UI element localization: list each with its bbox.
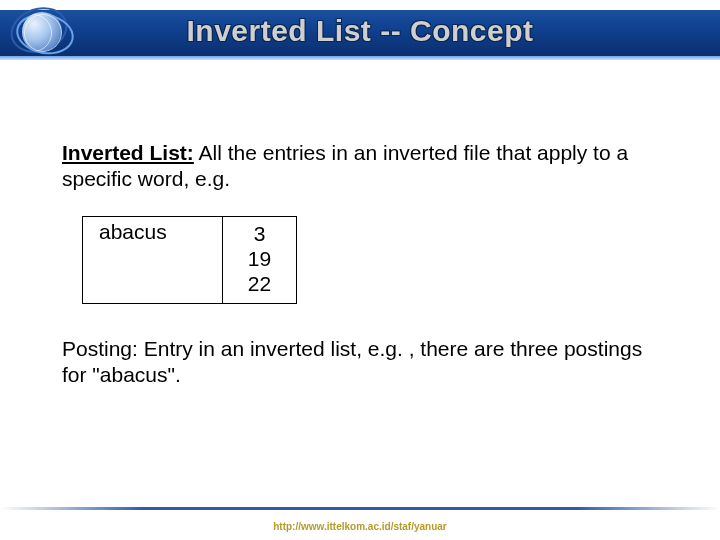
footer-divider bbox=[0, 507, 720, 510]
posting-value: 22 bbox=[235, 271, 284, 296]
table-cell-postings: 3 19 22 bbox=[223, 217, 297, 304]
example-table: abacus 3 19 22 bbox=[82, 216, 297, 304]
table-row: abacus 3 19 22 bbox=[83, 217, 297, 304]
globe-icon bbox=[22, 12, 62, 52]
footer-url: http://www.ittelkom.ac.id/staf/yanuar bbox=[0, 521, 720, 532]
definition-inverted-list: Inverted List: All the entries in an inv… bbox=[62, 140, 662, 193]
posting-value: 19 bbox=[235, 246, 284, 271]
term-inverted-list: Inverted List: bbox=[62, 141, 194, 164]
definition-posting: Posting: Entry in an inverted list, e.g.… bbox=[62, 336, 662, 389]
slide-title: Inverted List -- Concept bbox=[0, 14, 720, 48]
posting-value: 3 bbox=[235, 221, 284, 246]
header-underline bbox=[0, 56, 720, 60]
term-posting: Posting: bbox=[62, 337, 138, 360]
globe-logo bbox=[8, 4, 82, 60]
table-cell-word: abacus bbox=[83, 217, 223, 304]
content-area: Inverted List: All the entries in an inv… bbox=[62, 140, 662, 211]
slide: Inverted List -- Concept Inverted List: … bbox=[0, 0, 720, 540]
definition-text: Entry in an inverted list, e.g. , there … bbox=[62, 337, 642, 386]
